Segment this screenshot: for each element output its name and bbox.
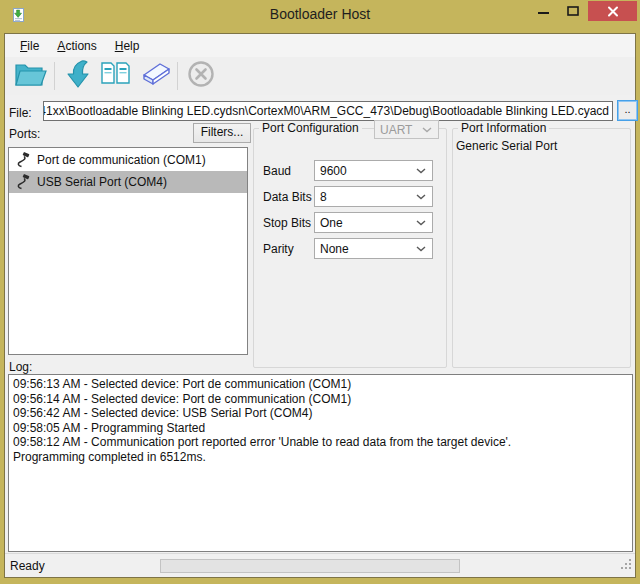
protocol-dropdown: UART: [374, 120, 439, 139]
file-path-input[interactable]: ader_41xx\Bootloadable Blinking LED.cyds…: [43, 101, 613, 121]
status-text: Ready: [10, 559, 45, 573]
close-button[interactable]: [588, 1, 637, 21]
port-item-label: Port de communication (COM1): [37, 153, 206, 167]
log-line: 09:56:42 AM - Selected device: USB Seria…: [13, 406, 628, 421]
stop-bits-label: Stop Bits: [263, 216, 311, 230]
eraser-icon: [136, 61, 172, 91]
minimize-icon: [538, 6, 549, 16]
stop-circle-icon: [187, 60, 215, 92]
chevron-down-icon: [422, 127, 432, 133]
port-list: Port de communication (COM1) USB Serial …: [8, 147, 248, 355]
open-file-button[interactable]: [12, 59, 50, 93]
chevron-down-icon: [416, 220, 426, 226]
verify-button[interactable]: [97, 59, 135, 93]
bootloader-host-window: Bootloader Host File Actions Help: [0, 0, 640, 584]
port-item-com1[interactable]: Port de communication (COM1): [9, 149, 247, 171]
chevron-down-icon: [416, 168, 426, 174]
log-line: 09:58:12 AM - Communication port reporte…: [13, 435, 628, 450]
status-bar: Ready: [5, 553, 635, 577]
minimize-button[interactable]: [528, 1, 558, 21]
chevron-down-icon: [416, 246, 426, 252]
menu-actions[interactable]: Actions: [48, 35, 105, 57]
port-information-group: Port Information Generic Serial Port: [452, 128, 631, 368]
port-configuration-title: Port Configuration: [259, 121, 362, 135]
log-line: 09:58:05 AM - Programming Started: [13, 421, 628, 436]
progress-bar: [160, 559, 460, 573]
serial-port-icon: [15, 152, 30, 168]
toolbar: [5, 57, 635, 95]
erase-button[interactable]: [135, 59, 173, 93]
menu-bar: File Actions Help: [5, 34, 635, 57]
port-information-title: Port Information: [458, 121, 549, 135]
client-area: File Actions Help: [4, 33, 636, 578]
log-label: Log:: [9, 360, 32, 374]
open-folder-icon: [14, 60, 48, 92]
maximize-icon: [567, 6, 579, 16]
toolbar-separator: [54, 62, 55, 90]
port-configuration-group: Port Configuration UART Baud 9600 Data B…: [253, 128, 447, 368]
close-icon: [607, 6, 619, 17]
parity-label: Parity: [263, 242, 294, 256]
program-button[interactable]: [59, 59, 97, 93]
serial-port-icon: [15, 174, 30, 190]
browse-button[interactable]: ..: [617, 100, 638, 121]
baud-dropdown[interactable]: 9600: [314, 160, 433, 181]
toolbar-separator: [177, 62, 178, 90]
log-line: Programming completed in 6512ms.: [13, 450, 628, 465]
resize-grip-icon[interactable]: [620, 557, 633, 575]
log-output[interactable]: 09:56:13 AM - Selected device: Port de c…: [8, 374, 633, 552]
stop-bits-dropdown[interactable]: One: [314, 212, 433, 233]
download-arrow-icon: [64, 59, 92, 93]
chevron-down-icon: [416, 194, 426, 200]
menu-file[interactable]: File: [11, 35, 48, 57]
ports-label: Ports:: [9, 127, 40, 141]
menu-help[interactable]: Help: [106, 35, 149, 57]
log-line: 09:56:14 AM - Selected device: Port de c…: [13, 392, 628, 407]
data-bits-dropdown[interactable]: 8: [314, 186, 433, 207]
filters-button[interactable]: Filters...: [193, 123, 251, 143]
parity-dropdown[interactable]: None: [314, 238, 433, 259]
port-item-label: USB Serial Port (COM4): [37, 175, 167, 189]
file-label: File:: [9, 106, 32, 120]
port-information-text: Generic Serial Port: [456, 139, 557, 153]
maximize-button[interactable]: [558, 1, 588, 21]
abort-button: [182, 59, 220, 93]
port-item-com4[interactable]: USB Serial Port (COM4): [9, 171, 247, 193]
log-line: 09:56:13 AM - Selected device: Port de c…: [13, 377, 628, 392]
title-bar[interactable]: Bootloader Host: [0, 0, 640, 33]
baud-label: Baud: [263, 164, 291, 178]
data-bits-label: Data Bits: [263, 190, 312, 204]
copy-documents-icon: [99, 60, 133, 92]
